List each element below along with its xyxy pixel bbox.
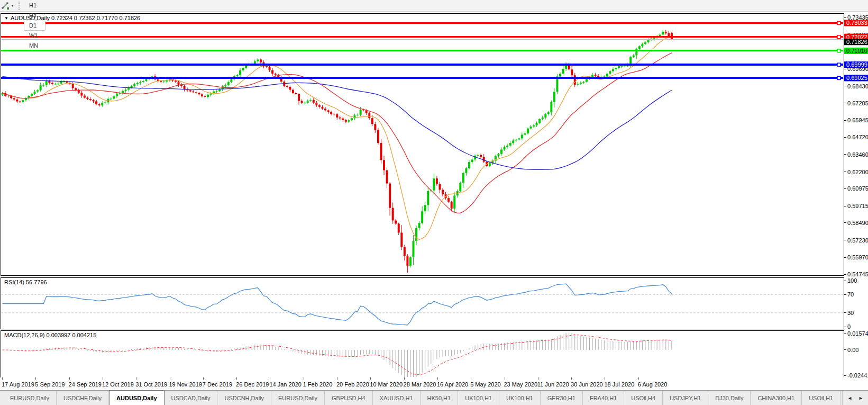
level-handle-0.71010[interactable] xyxy=(837,49,840,52)
date-label: 1 Feb 2020 xyxy=(303,381,333,388)
y-axis-label: 0.65945 xyxy=(847,117,868,123)
date-label: 5 May 2020 xyxy=(470,381,500,388)
date-label: 6 Aug 2020 xyxy=(638,381,668,388)
chart-tab-eurusd-daily[interactable]: EURUSD,Daily xyxy=(271,391,325,405)
date-tick xyxy=(170,377,170,380)
macd-axis-label: 0.015741 xyxy=(847,330,868,337)
date-label: 10 Mar 2020 xyxy=(370,381,403,388)
rsi-axis-label: 0 xyxy=(847,323,851,330)
date-label: 16 Apr 2020 xyxy=(437,381,468,388)
symbol-tab-bar: EURUSD,DailyUSDCHF,DailyAUDUSD,DailyUSDC… xyxy=(0,390,868,405)
level-handle-0.73033[interactable] xyxy=(837,21,840,24)
date-label: 30 Jun 2020 xyxy=(571,381,603,388)
date-axis[interactable]: 17 Aug 20195 Sep 201924 Sep 201912 Oct 2… xyxy=(0,377,868,390)
chart-tab-usoil-h4[interactable]: USOil,H4 xyxy=(624,391,663,405)
timeframe-button-h4[interactable]: H4 xyxy=(24,11,45,21)
chart-tab-usdchf-daily[interactable]: USDCHF,Daily xyxy=(57,391,109,405)
y-axis-label: 0.57230 xyxy=(847,237,868,244)
tab-scroll-left-icon[interactable]: ◄ xyxy=(847,395,852,401)
date-tick xyxy=(404,377,405,380)
dropdown-caret-icon[interactable]: ▼ xyxy=(10,4,16,7)
date-label: 31 Oct 2019 xyxy=(135,381,167,388)
chart-tab-fra40-h1[interactable]: FRA40,H1 xyxy=(583,391,624,405)
date-label: 20 Feb 2020 xyxy=(336,381,369,388)
level-handle-0.69025[interactable] xyxy=(837,76,840,79)
timeframe-toolbar: ▼ M1M5M15M30H1H4D1W1MN xyxy=(0,0,868,12)
level-badge-0.71010-label: 0.71010 xyxy=(846,48,867,54)
price-chart[interactable]: 0.734350.721800.709500.696900.684300.672… xyxy=(0,0,868,377)
date-label: 7 Dec 2019 xyxy=(203,381,232,388)
chart-tab-china300-h1[interactable]: CHINA300,H1 xyxy=(751,391,802,405)
date-label: 18 Jul 2020 xyxy=(604,381,634,388)
y-axis-label: 0.54745 xyxy=(847,271,868,277)
date-tick xyxy=(270,377,270,380)
date-tick xyxy=(638,377,639,380)
timeframe-button-h1[interactable]: H1 xyxy=(24,1,45,11)
date-label: 26 Dec 2019 xyxy=(236,381,269,388)
macd-axis-label: -0.024412 xyxy=(847,372,868,377)
y-axis-label: 0.68430 xyxy=(847,83,868,89)
chart-tab-usdjpy-h1[interactable]: USDJPY,H1 xyxy=(663,391,708,405)
chart-tab-dj30-daily[interactable]: DJ30,Daily xyxy=(708,391,751,405)
date-tick xyxy=(2,377,3,380)
date-tick xyxy=(538,377,538,380)
y-axis-label: 0.55970 xyxy=(847,254,868,260)
level-badge-0.69999-label: 0.69999 xyxy=(846,61,867,68)
chart-tab-audusd-daily[interactable]: AUDUSD,Daily xyxy=(109,390,164,405)
timeframe-button-w1[interactable]: W1 xyxy=(24,31,45,41)
tab-scroll-right-icon[interactable]: ► xyxy=(858,395,863,401)
date-label: 19 Nov 2019 xyxy=(169,381,202,388)
date-tick xyxy=(471,377,471,380)
chart-tab-ger30-h1[interactable]: GER30,H1 xyxy=(541,391,583,405)
chart-tab-usoil-h1[interactable]: USOil,H1 xyxy=(802,391,840,405)
date-tick xyxy=(69,377,70,380)
macd-indicator-label: MACD(12,26,9) 0.003997 0.004215 xyxy=(4,332,96,338)
date-tick xyxy=(304,377,304,380)
date-tick xyxy=(571,377,572,380)
date-tick xyxy=(370,377,371,380)
chart-tab-usdcnh-daily[interactable]: USDCNH,Daily xyxy=(217,391,271,405)
y-axis-label: 0.58490 xyxy=(847,220,868,226)
toolbar-grip[interactable] xyxy=(19,2,20,10)
bid-price-badge-label: 0.71826 xyxy=(846,39,867,45)
level-badge-0.69025-label: 0.69025 xyxy=(846,75,867,81)
chart-tab-gbpusd-h4[interactable]: GBPUSD,H4 xyxy=(325,391,373,405)
date-label: 12 Oct 2019 xyxy=(102,381,134,388)
chart-tab-usdcad-daily[interactable]: USDCAD,Daily xyxy=(165,391,218,405)
chart-tab-uk100-h1[interactable]: UK100,H1 xyxy=(458,391,499,405)
date-label: 23 May 2020 xyxy=(504,381,538,388)
level-handle-0.69999[interactable] xyxy=(837,63,840,66)
y-axis-label: 0.67205 xyxy=(847,100,868,106)
date-label: 5 Sep 2019 xyxy=(35,381,65,388)
rsi-axis-label: 30 xyxy=(847,310,854,316)
level-badge-0.73033-label: 0.73033 xyxy=(846,20,867,26)
chart-tab-eurusd-daily[interactable]: EURUSD,Daily xyxy=(3,391,57,405)
timeframe-button-d1[interactable]: D1 xyxy=(24,21,45,31)
date-tick xyxy=(236,377,237,380)
chart-tab-uk100-h1[interactable]: UK100,H1 xyxy=(499,391,541,405)
y-axis-label: 0.64720 xyxy=(847,134,868,140)
timeframe-button-mn[interactable]: MN xyxy=(24,41,45,51)
mt4-terminal: { "icons": { "drawing_tool": "line-draw-… xyxy=(0,0,868,405)
y-axis-label: 0.63460 xyxy=(847,151,868,158)
date-tick xyxy=(437,377,438,380)
date-label: 17 Aug 2019 xyxy=(2,381,34,388)
chart-collapse-icon[interactable]: ▼ xyxy=(4,16,8,21)
date-tick xyxy=(605,377,605,380)
main-panel xyxy=(1,14,844,276)
drawing-tool-icon[interactable] xyxy=(1,2,10,10)
date-label: 11 Jun 2020 xyxy=(537,381,569,388)
y-axis-label: 0.62200 xyxy=(847,169,868,175)
y-axis-label: 0.59715 xyxy=(847,203,868,209)
chart-tab-hk50-h1[interactable]: HK50,H1 xyxy=(421,391,459,405)
date-label: 14 Jan 2020 xyxy=(269,381,301,388)
date-tick xyxy=(203,377,204,380)
level-handle-0.72022[interactable] xyxy=(837,35,840,39)
timeframe-buttons: M1M5M15M30H1H4D1W1MN xyxy=(23,0,47,51)
rsi-indicator-label: RSI(14) 56.7796 xyxy=(4,279,47,285)
date-tick xyxy=(35,377,36,380)
chart-tab-xauusd-h1[interactable]: XAUUSD,H1 xyxy=(373,391,421,405)
tab-scroll-arrows: ◄ ► xyxy=(842,391,868,405)
date-label: 24 Sep 2019 xyxy=(69,381,102,388)
rsi-axis-label: 70 xyxy=(847,291,854,298)
